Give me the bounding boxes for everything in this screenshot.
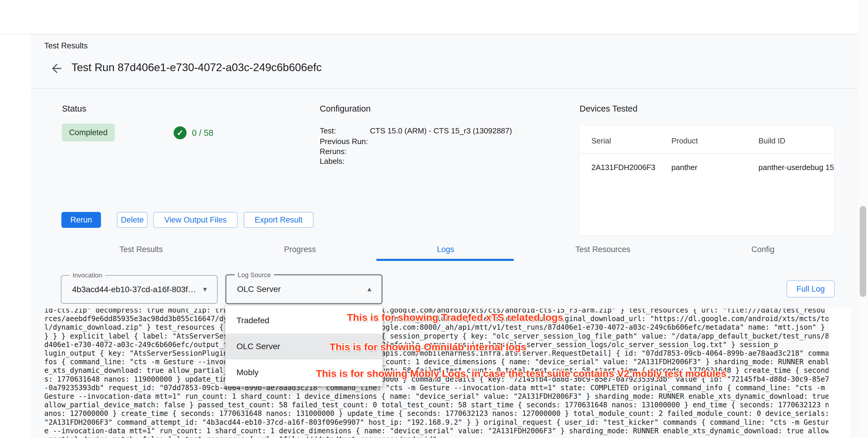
delete-button[interactable]: Delete (117, 212, 148, 228)
active-tab-indicator (376, 259, 514, 261)
log-source-label: Log Source (235, 271, 274, 279)
cell-product: panther (671, 163, 698, 172)
rerun-button[interactable]: Rerun (61, 212, 101, 228)
annotation-mobly: This is for showing Mobly Logs, in case … (316, 368, 726, 379)
status-heading: Status (62, 104, 86, 114)
annotation-tradefed: This is for showing Tradefed xTS related… (347, 312, 563, 323)
chevron-down-icon: ▼ (202, 286, 208, 293)
tab-config[interactable]: Config (751, 245, 774, 254)
failed-total-count: 0 / 58 (192, 128, 213, 138)
invocation-label: Invocation (70, 272, 105, 279)
page-title: Test Run 87d406e1-e730-4072-a03c-249c6b6… (71, 61, 322, 74)
devices-heading: Devices Tested (580, 104, 638, 114)
page-scrollbar-thumb[interactable] (860, 206, 866, 297)
tab-logs[interactable]: Logs (437, 245, 454, 254)
config-label: Reruns: (320, 147, 347, 156)
invocation-value: 4b3acd44-eb10-37cd-a16f-803f… (72, 285, 196, 294)
test-count: ✓ 0 / 58 (174, 126, 213, 139)
tab-progress[interactable]: Progress (284, 245, 316, 254)
divider (31, 88, 868, 89)
devices-table: Serial Product Build ID 2A131FDH2006F3 p… (580, 126, 834, 235)
sidebar-nav (0, 34, 31, 438)
config-row-test: Test: CTS 15.0 (ARM) - CTS 15_r3 (130928… (320, 126, 574, 136)
app-header (0, 0, 868, 34)
log-source-select[interactable]: Log Source OLC Server ▲ (225, 274, 383, 304)
config-value: CTS 15.0 (ARM) - CTS 15_r3 (13092887) (370, 126, 512, 135)
invocation-select[interactable]: Invocation 4b3acd44-eb10-37cd-a16f-803f…… (61, 275, 218, 304)
config-row-labels: Labels: (320, 157, 574, 167)
export-result-button[interactable]: Export Result (244, 212, 314, 228)
breadcrumb: Test Results (44, 41, 88, 51)
log-source-value: OLC Server (237, 284, 281, 294)
check-circle-icon: ✓ (174, 126, 187, 139)
configuration-heading: Configuration (320, 104, 371, 114)
log-scrollbar[interactable] (829, 309, 851, 438)
back-button[interactable] (50, 61, 64, 75)
divider (580, 153, 834, 154)
config-row-reruns: Reruns: (320, 147, 574, 157)
view-output-files-button[interactable]: View Output Files (153, 212, 238, 228)
config-label: Test: (320, 126, 336, 135)
full-log-button[interactable]: Full Log (786, 280, 835, 298)
config-label: Previous Run: (320, 137, 368, 146)
column-header-build-id: Build ID (758, 136, 785, 146)
arrow-left-icon (50, 61, 64, 75)
annotation-olc-server: This is for showing Omnilab internal log… (330, 341, 526, 353)
column-header-serial: Serial (591, 136, 611, 146)
tab-test-resources[interactable]: Test Resources (576, 245, 630, 254)
status-badge: Completed (62, 124, 115, 142)
config-row-previous-run: Previous Run: (320, 137, 574, 147)
config-label: Labels: (320, 157, 345, 166)
cell-serial: 2A131FDH2006F3 (591, 163, 655, 172)
tab-test-results[interactable]: Test Results (119, 245, 163, 254)
cell-build-id: panther-userdebug 15 r (758, 163, 834, 172)
chevron-up-icon: ▲ (366, 285, 373, 293)
column-header-product: Product (671, 136, 698, 146)
